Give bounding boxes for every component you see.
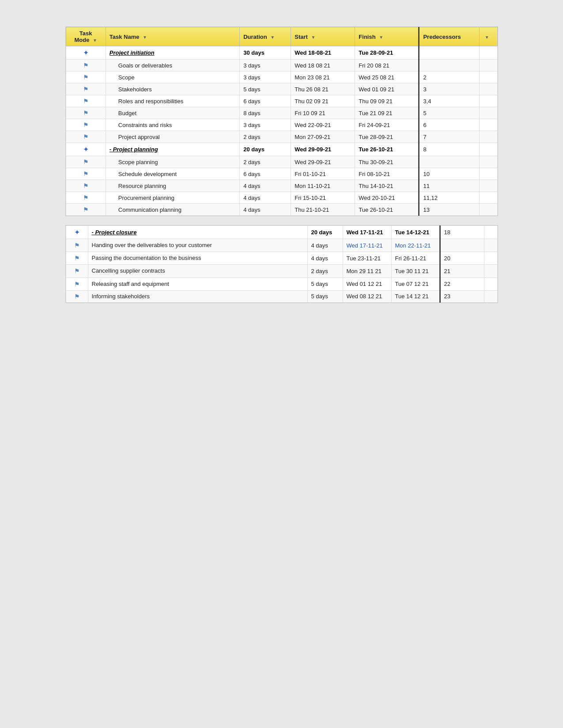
predecessors-cell: 3,4	[419, 95, 479, 107]
task-mode-cell: ⚑	[66, 204, 106, 216]
task-name-cell: - Project closure	[88, 226, 307, 239]
start-cell: Wed 08 12 21	[343, 290, 391, 302]
duration-cell: 6 days	[240, 168, 291, 180]
table-row: ⚑Budget8 daysFri 10 09 21Tue 21 09 215	[66, 107, 497, 119]
duration-cell: 20 days	[307, 226, 343, 239]
project-table-2: ✦- Project closure20 daysWed 17-11-21Tue…	[66, 225, 498, 303]
task-icon: ⚑	[83, 182, 89, 189]
summary-start: Wed 29-09-21	[295, 146, 331, 153]
finish-cell: Tue 28-09-21	[355, 131, 419, 143]
sort-arrow-duration: ▼	[270, 35, 275, 40]
finish-cell: Tue 21 09 21	[355, 107, 419, 119]
start-cell: Fri 01-10-21	[291, 168, 355, 180]
extra-cell	[479, 107, 497, 119]
summary-start: Wed 17-11-21	[347, 229, 383, 236]
table-row: ⚑Passing the documentation to the busine…	[66, 252, 497, 265]
table-row: ⚑Scope planning2 daysWed 29-09-21Thu 30-…	[66, 156, 497, 168]
task-name-cell: Constraints and risks	[106, 119, 239, 131]
task-mode-cell: ✦	[66, 143, 106, 156]
col-header-task-name[interactable]: Task Name ▼	[106, 27, 239, 46]
predecessors-cell: 11,12	[419, 192, 479, 204]
predecessors-cell: 10	[419, 168, 479, 180]
task-name-text: Handing over the deliverables to your cu…	[92, 242, 212, 248]
table-row: ⚑Cancelling supplier contracts2 daysMon …	[66, 265, 497, 278]
start-cell: Wed 18 08 21	[291, 60, 355, 71]
col-header-task-mode[interactable]: TaskMode ▼	[66, 27, 106, 46]
extra-cell	[479, 168, 497, 180]
extra-cell	[479, 192, 497, 204]
task-mode-cell: ⚑	[66, 290, 88, 302]
task-name-text: Goals or deliverables	[110, 62, 172, 69]
task-name-cell: Communication planning	[106, 204, 239, 216]
duration-cell: 3 days	[240, 60, 291, 71]
extra-cell	[479, 180, 497, 192]
table-row: ⚑Handing over the deliverables to your c…	[66, 239, 497, 252]
extra-cell	[484, 252, 497, 265]
task-icon: ⚑	[74, 242, 80, 249]
start-cell: Thu 21-10-21	[291, 204, 355, 216]
col-header-finish[interactable]: Finish ▼	[355, 27, 419, 46]
finish-cell: Fri 20 08 21	[355, 60, 419, 71]
task-name-cell: Budget	[106, 107, 239, 119]
start-cell: Wed 17-11-21	[343, 226, 391, 239]
predecessors-cell: 8	[419, 143, 479, 156]
col-header-start[interactable]: Start ▼	[291, 27, 355, 46]
pin-icon: ✦	[83, 49, 89, 57]
task-name-cell: Scope planning	[106, 156, 239, 168]
task-mode-cell: ✦	[66, 46, 106, 60]
duration-cell: 5 days	[307, 290, 343, 302]
summary-finish: Tue 28-09-21	[359, 49, 393, 56]
finish-cell: Fri 24-09-21	[355, 119, 419, 131]
start-cell: Mon 29 11 21	[343, 265, 391, 278]
task-icon: ⚑	[83, 194, 89, 201]
task-mode-cell: ⚑	[66, 192, 106, 204]
duration-cell: 3 days	[240, 119, 291, 131]
task-icon: ⚑	[83, 133, 89, 140]
task-mode-cell: ✦	[66, 226, 88, 239]
task-mode-cell: ⚑	[66, 83, 106, 95]
task-mode-cell: ⚑	[66, 107, 106, 119]
task-mode-cell: ⚑	[66, 180, 106, 192]
col-header-predecessors[interactable]: Predecessors	[419, 27, 479, 46]
finish-cell: Thu 14-10-21	[355, 180, 419, 192]
extra-cell	[484, 239, 497, 252]
duration-cell: 30 days	[240, 46, 291, 60]
table1-container: TaskMode ▼ Task Name ▼ Duration ▼ Start …	[65, 26, 498, 216]
table-row: ⚑Informing stakeholders5 daysWed 08 12 2…	[66, 290, 497, 302]
summary-name: - Project planning	[110, 146, 158, 153]
finish-cell: Thu 09 09 21	[355, 95, 419, 107]
table-header-row: TaskMode ▼ Task Name ▼ Duration ▼ Start …	[66, 27, 497, 46]
task-name-cell: Roles and responsibilities	[106, 95, 239, 107]
task-icon: ⚑	[74, 281, 80, 288]
predecessors-cell: 21	[440, 265, 484, 278]
predecessors-cell	[419, 60, 479, 71]
sort-arrow-finish: ▼	[379, 35, 383, 40]
summary-row: ✦- Project closure20 daysWed 17-11-21Tue…	[66, 226, 497, 239]
start-cell: Wed 29-09-21	[291, 156, 355, 168]
col-header-duration[interactable]: Duration ▼	[240, 27, 291, 46]
predecessors-cell: 20	[440, 252, 484, 265]
table-row: ⚑Goals or deliverables3 daysWed 18 08 21…	[66, 60, 497, 71]
task-name-text: Procurement planning	[110, 195, 174, 201]
task-icon: ⚑	[83, 158, 89, 165]
summary-name: - Project closure	[92, 229, 137, 236]
task-name-text: Stakeholders	[110, 86, 152, 93]
task-name-text: Roles and responsibilities	[110, 98, 183, 105]
extra-cell	[479, 95, 497, 107]
extra-cell	[484, 290, 497, 302]
duration-cell: 6 days	[240, 95, 291, 107]
predecessors-cell: 7	[419, 131, 479, 143]
predecessors-cell	[419, 156, 479, 168]
task-mode-cell: ⚑	[66, 252, 88, 265]
task-name-text: Scope planning	[110, 159, 158, 165]
table-row: ⚑Roles and responsibilities6 daysThu 02 …	[66, 95, 497, 107]
task-icon: ⚑	[74, 255, 80, 262]
task-mode-cell: ⚑	[66, 168, 106, 180]
finish-cell: Thu 30-09-21	[355, 156, 419, 168]
finish-cell: Wed 20-10-21	[355, 192, 419, 204]
project-table-1: TaskMode ▼ Task Name ▼ Duration ▼ Start …	[66, 27, 498, 216]
duration-cell: 4 days	[307, 239, 343, 252]
predecessors-cell: 5	[419, 107, 479, 119]
start-cell: Wed 22-09-21	[291, 119, 355, 131]
task-name-text: Passing the documentation to the busines…	[92, 255, 201, 261]
